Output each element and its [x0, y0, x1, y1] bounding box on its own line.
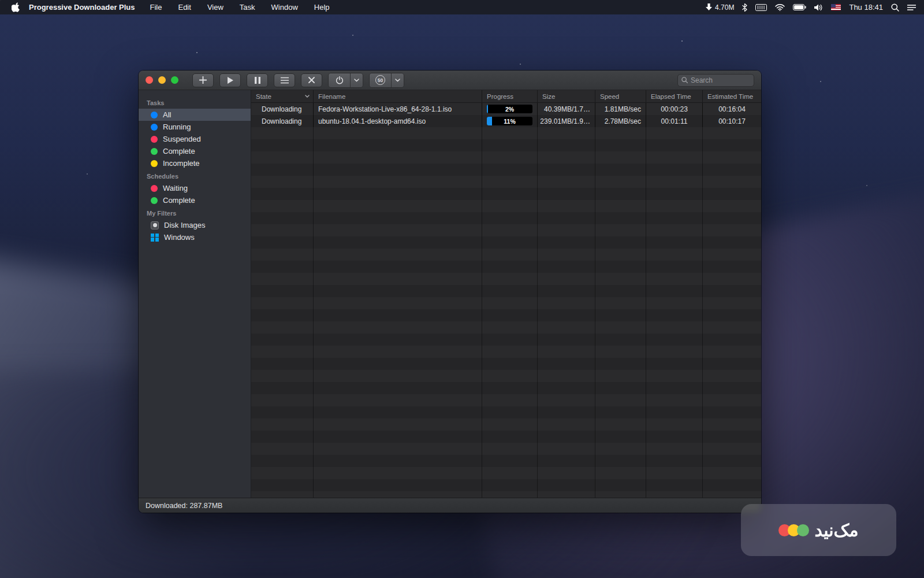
sidebar-item-label: All — [163, 110, 171, 119]
sidebar-item-windows[interactable]: Windows — [139, 231, 251, 243]
pause-button[interactable] — [247, 73, 268, 87]
menu-help[interactable]: Help — [306, 3, 338, 12]
sidebar-item-waiting[interactable]: Waiting — [139, 182, 251, 194]
close-button[interactable] — [146, 76, 153, 84]
menubar-app-name[interactable]: Progressive Downloader Plus — [29, 3, 135, 12]
column-header-estimated[interactable]: Estimated Time — [703, 90, 761, 102]
volume-icon[interactable] — [814, 4, 823, 11]
status-dot — [151, 185, 158, 192]
cell-elapsed: 00:00:23 — [646, 103, 703, 115]
menubar-clock[interactable]: Thu 18:41 — [849, 3, 883, 12]
sidebar-section-schedules: Schedules — [139, 169, 251, 182]
menu-window[interactable]: Window — [263, 3, 306, 12]
speed-limit-badge: 50 — [375, 75, 385, 85]
column-header-elapsed[interactable]: Elapsed Time — [646, 90, 703, 102]
download-rate-icon[interactable] — [706, 3, 712, 12]
table-row[interactable]: Downloading Fedora-Workstation-Live-x86_… — [251, 103, 761, 115]
search-field[interactable] — [677, 74, 754, 87]
search-input[interactable] — [691, 76, 750, 84]
spotlight-search-icon[interactable] — [891, 3, 899, 12]
cell-filename: ubuntu-18.04.1-desktop-amd64.iso — [314, 115, 482, 127]
cell-size: 239.01MB/1.9… — [538, 115, 595, 127]
disk-image-icon — [151, 221, 159, 229]
wifi-icon[interactable] — [775, 4, 785, 11]
column-header-speed[interactable]: Speed — [595, 90, 646, 102]
status-dot — [151, 136, 158, 143]
menu-file[interactable]: File — [142, 3, 170, 12]
power-action-dropdown[interactable] — [351, 73, 363, 87]
speed-limit-split-button: 50 — [369, 73, 404, 88]
speed-limit-dropdown[interactable] — [392, 73, 404, 87]
cancel-task-button[interactable] — [301, 73, 322, 87]
empty-rows-area — [251, 127, 761, 498]
input-source-flag-icon[interactable] — [831, 4, 841, 10]
cell-state: Downloading — [251, 103, 314, 115]
sidebar-item-label: Suspended — [163, 135, 201, 143]
table-row[interactable]: Downloading ubuntu-18.04.1-desktop-amd64… — [251, 115, 761, 127]
column-header-progress[interactable]: Progress — [482, 90, 538, 102]
battery-icon[interactable] — [793, 4, 806, 10]
shutdown-action-split-button — [328, 73, 363, 88]
sidebar-item-complete[interactable]: Complete — [139, 145, 251, 157]
watermark-text: مک‌نید — [814, 520, 858, 540]
column-header-filename[interactable]: Filename — [314, 90, 482, 102]
cell-elapsed: 00:01:11 — [646, 115, 703, 127]
download-rate-value: 4.70M — [715, 3, 734, 12]
battery-gauge-icon[interactable] — [755, 4, 767, 11]
status-dot — [151, 148, 158, 155]
minimize-button[interactable] — [158, 76, 166, 84]
status-bar: Downloaded: 287.87MB — [139, 498, 761, 513]
apple-menu-icon[interactable] — [7, 2, 24, 12]
traffic-lights — [146, 76, 178, 84]
table-header: State Filename Progress Size Speed Elaps… — [251, 90, 761, 103]
sidebar-item-disk-images[interactable]: Disk Images — [139, 219, 251, 231]
cell-estimated: 00:16:04 — [703, 103, 761, 115]
bluetooth-icon[interactable] — [742, 3, 747, 12]
cell-size: 40.39MB/1.7… — [538, 103, 595, 115]
power-action-button[interactable] — [329, 73, 351, 87]
desktop: Progressive Downloader Plus File Edit Vi… — [0, 0, 924, 578]
progress-bar: 2% — [487, 105, 532, 113]
sidebar-item-running[interactable]: Running — [139, 121, 251, 133]
menu-view[interactable]: View — [199, 3, 232, 12]
sidebar-item-label: Waiting — [163, 184, 188, 192]
sidebar-item-label: Disk Images — [164, 221, 206, 229]
speed-limit-button[interactable]: 50 — [370, 73, 392, 87]
cell-speed: 1.81MB/sec — [595, 103, 646, 115]
add-task-button[interactable] — [192, 73, 214, 87]
sidebar-item-schedule-complete[interactable]: Complete — [139, 194, 251, 206]
column-header-size[interactable]: Size — [538, 90, 595, 102]
cell-filename: Fedora-Workstation-Live-x86_64-28-1.1.is… — [314, 103, 482, 115]
sidebar: Tasks All Running Suspended Complete — [139, 90, 251, 498]
window-content: Tasks All Running Suspended Complete — [139, 90, 761, 498]
progress-label: 11% — [487, 117, 532, 125]
app-window: 50 Tasks — [139, 71, 761, 513]
status-dot — [151, 160, 158, 167]
resume-button[interactable] — [219, 73, 241, 87]
sidebar-item-suspended[interactable]: Suspended — [139, 133, 251, 145]
sidebar-item-incomplete[interactable]: Incomplete — [139, 157, 251, 169]
cell-progress: 11% — [482, 115, 538, 127]
progress-label: 2% — [487, 105, 532, 113]
status-dot — [151, 112, 158, 118]
menu-task[interactable]: Task — [232, 3, 263, 12]
column-header-state[interactable]: State — [251, 90, 314, 102]
sidebar-item-all[interactable]: All — [139, 109, 251, 121]
status-dot — [151, 197, 158, 204]
watermark-badge: مک‌نید — [741, 504, 896, 556]
notification-center-icon[interactable] — [907, 4, 916, 11]
sidebar-item-label: Complete — [163, 196, 195, 205]
menu-edit[interactable]: Edit — [170, 3, 199, 12]
windows-icon — [151, 234, 159, 242]
sidebar-item-label: Running — [163, 123, 191, 131]
sidebar-item-label: Complete — [163, 147, 195, 155]
cell-speed: 2.78MB/sec — [595, 115, 646, 127]
sort-chevron-icon — [305, 95, 310, 98]
progress-bar: 11% — [487, 117, 532, 125]
zoom-button[interactable] — [171, 76, 178, 84]
menu-bar: Progressive Downloader Plus File Edit Vi… — [0, 0, 924, 14]
queue-list-button[interactable] — [274, 73, 295, 87]
cell-estimated: 00:10:17 — [703, 115, 761, 127]
sidebar-section-tasks: Tasks — [139, 96, 251, 109]
sidebar-item-label: Windows — [164, 233, 195, 242]
